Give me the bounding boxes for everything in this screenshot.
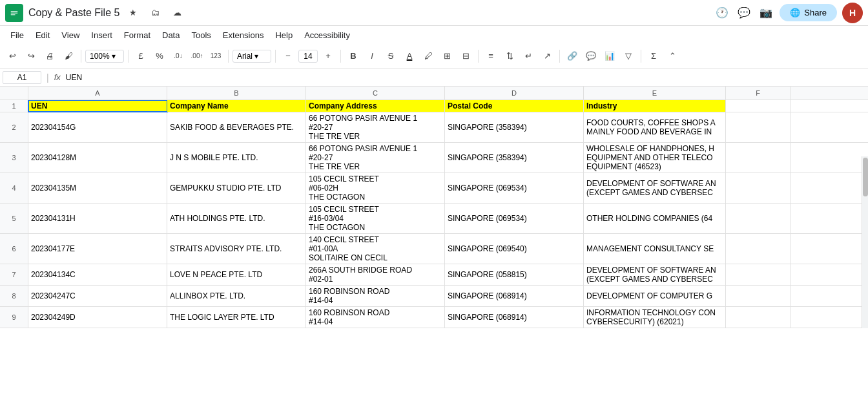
- table-cell[interactable]: UEN: [28, 100, 167, 112]
- print-button[interactable]: 🖨: [41, 48, 58, 65]
- link-button[interactable]: 🔗: [564, 48, 581, 65]
- menu-edit[interactable]: Edit: [30, 28, 55, 42]
- table-cell[interactable]: ALLINBOX PTE. LTD.: [167, 286, 306, 306]
- cell-reference[interactable]: A1: [3, 71, 41, 84]
- table-cell[interactable]: [726, 100, 790, 112]
- table-cell[interactable]: 202304247C: [28, 286, 167, 306]
- table-cell[interactable]: DEVELOPMENT OF SOFTWARE AN(EXCEPT GAMES …: [584, 264, 726, 285]
- table-cell[interactable]: MANAGEMENT CONSULTANCY SE: [584, 234, 726, 264]
- table-cell[interactable]: SINGAPORE (068914): [445, 286, 584, 306]
- table-cell[interactable]: ATH HOLDINGS PTE. LTD.: [167, 204, 306, 233]
- table-cell[interactable]: 160 ROBINSON ROAD#14-04: [306, 286, 445, 306]
- table-cell[interactable]: 66 POTONG PASIR AVENUE 1#20-27THE TRE VE…: [306, 143, 445, 173]
- explore-button[interactable]: ⌃: [664, 48, 681, 65]
- table-cell[interactable]: 202304249D: [28, 307, 167, 328]
- font-color-button[interactable]: A: [401, 48, 418, 65]
- decimal-increase-button[interactable]: .00↑: [189, 48, 205, 65]
- percent-button[interactable]: %: [151, 48, 168, 65]
- col-header-d[interactable]: D: [445, 87, 584, 100]
- table-cell[interactable]: 105 CECIL STREET#16-03/04THE OCTAGON: [306, 204, 445, 233]
- italic-button[interactable]: I: [364, 48, 380, 65]
- table-cell[interactable]: DEVELOPMENT OF COMPUTER G: [584, 286, 726, 306]
- table-cell[interactable]: SINGAPORE (058815): [445, 264, 584, 285]
- valign-button[interactable]: ⇅: [501, 48, 518, 65]
- table-cell[interactable]: SINGAPORE (069534): [445, 204, 584, 233]
- table-cell[interactable]: INFORMATION TECHNOLOGY CONCYBERSECURITY)…: [584, 307, 726, 328]
- table-cell[interactable]: SINGAPORE (069540): [445, 234, 584, 264]
- halign-button[interactable]: ≡: [482, 48, 499, 65]
- menu-file[interactable]: File: [5, 28, 29, 42]
- table-cell[interactable]: [726, 173, 790, 203]
- merge-button[interactable]: ⊟: [457, 48, 474, 65]
- table-cell[interactable]: SINGAPORE (358394): [445, 143, 584, 173]
- borders-button[interactable]: ⊞: [439, 48, 455, 65]
- col-header-f[interactable]: F: [726, 87, 790, 100]
- bold-button[interactable]: B: [345, 48, 362, 65]
- filter-button[interactable]: ▽: [620, 48, 637, 65]
- font-size-box[interactable]: 14: [298, 50, 318, 63]
- table-cell[interactable]: GEMPUKKU STUDIO PTE. LTD: [167, 173, 306, 203]
- table-cell[interactable]: [726, 234, 790, 264]
- font-size-increase-button[interactable]: +: [320, 48, 336, 65]
- menu-extensions[interactable]: Extensions: [218, 28, 269, 42]
- history-icon[interactable]: 🕐: [714, 5, 730, 21]
- text-rotate-button[interactable]: ↗: [539, 48, 555, 65]
- table-cell[interactable]: Industry: [584, 100, 726, 112]
- table-cell[interactable]: SINGAPORE (069534): [445, 173, 584, 203]
- table-cell[interactable]: WHOLESALE OF HANDPHONES, HEQUIPMENT AND …: [584, 143, 726, 173]
- table-cell[interactable]: Company Address: [306, 100, 445, 112]
- folder-icon[interactable]: 🗂: [147, 5, 163, 21]
- table-cell[interactable]: THE LOGIC LAYER PTE. LTD: [167, 307, 306, 328]
- table-cell[interactable]: OTHER HOLDING COMPANIES (64: [584, 204, 726, 233]
- menu-format[interactable]: Format: [119, 28, 156, 42]
- col-header-c[interactable]: C: [306, 87, 445, 100]
- share-button[interactable]: 🌐 Share: [780, 4, 837, 21]
- table-cell[interactable]: [726, 112, 790, 142]
- text-wrap-button[interactable]: ↵: [520, 48, 537, 65]
- table-cell[interactable]: [726, 204, 790, 233]
- col-header-a[interactable]: A: [28, 87, 167, 100]
- currency-button[interactable]: £: [132, 48, 149, 65]
- undo-button[interactable]: ↩: [4, 48, 21, 65]
- vertical-scrollbar[interactable]: [862, 156, 868, 328]
- table-cell[interactable]: SINGAPORE (068914): [445, 307, 584, 328]
- table-cell[interactable]: 266A SOUTH BRIDGE ROAD#02-01: [306, 264, 445, 285]
- table-cell[interactable]: SINGAPORE (358394): [445, 112, 584, 142]
- table-cell[interactable]: 140 CECIL STREET#01-00ASOLITAIRE ON CECI…: [306, 234, 445, 264]
- table-cell[interactable]: [726, 264, 790, 285]
- table-cell[interactable]: FOOD COURTS, COFFEE SHOPS AMAINLY FOOD A…: [584, 112, 726, 142]
- menu-view[interactable]: View: [56, 28, 85, 42]
- comment-icon[interactable]: 💬: [736, 5, 752, 21]
- meet-icon[interactable]: 📷: [758, 5, 774, 21]
- menu-data[interactable]: Data: [157, 28, 185, 42]
- col-header-b[interactable]: B: [167, 87, 306, 100]
- star-icon[interactable]: ★: [125, 5, 141, 21]
- table-cell[interactable]: [726, 307, 790, 328]
- menu-insert[interactable]: Insert: [86, 28, 118, 42]
- menu-help[interactable]: Help: [270, 28, 298, 42]
- table-cell[interactable]: 202304135M: [28, 173, 167, 203]
- table-cell[interactable]: DEVELOPMENT OF SOFTWARE AN(EXCEPT GAMES …: [584, 173, 726, 203]
- highlight-color-button[interactable]: 🖊: [420, 48, 437, 65]
- table-cell[interactable]: J N S MOBILE PTE. LTD.: [167, 143, 306, 173]
- table-cell[interactable]: 160 ROBINSON ROAD#14-04: [306, 307, 445, 328]
- font-selector[interactable]: Arial ▾: [232, 50, 271, 63]
- font-size-decrease-button[interactable]: −: [280, 48, 296, 65]
- scrollbar-thumb[interactable]: [863, 158, 868, 196]
- menu-accessibility[interactable]: Accessibility: [299, 28, 355, 42]
- table-cell[interactable]: SAKIB FOOD & BEVERAGES PTE.: [167, 112, 306, 142]
- functions-button[interactable]: Σ: [645, 48, 662, 65]
- decimal-decrease-button[interactable]: .0↓: [170, 48, 187, 65]
- insert-comment-button[interactable]: 💬: [583, 48, 599, 65]
- format-number-button[interactable]: 123: [207, 48, 224, 65]
- table-cell[interactable]: Postal Code: [445, 100, 584, 112]
- cloud-icon[interactable]: ☁: [169, 5, 185, 21]
- menu-tools[interactable]: Tools: [186, 28, 216, 42]
- table-cell[interactable]: LOVE N PEACE PTE. LTD: [167, 264, 306, 285]
- table-cell[interactable]: 105 CECIL STREET#06-02HTHE OCTAGON: [306, 173, 445, 203]
- insert-chart-button[interactable]: 📊: [601, 48, 618, 65]
- table-cell[interactable]: STRAITS ADVISORY PTE. LTD.: [167, 234, 306, 264]
- table-cell[interactable]: 202304128M: [28, 143, 167, 173]
- table-cell[interactable]: 202304177E: [28, 234, 167, 264]
- col-header-e[interactable]: E: [584, 87, 726, 100]
